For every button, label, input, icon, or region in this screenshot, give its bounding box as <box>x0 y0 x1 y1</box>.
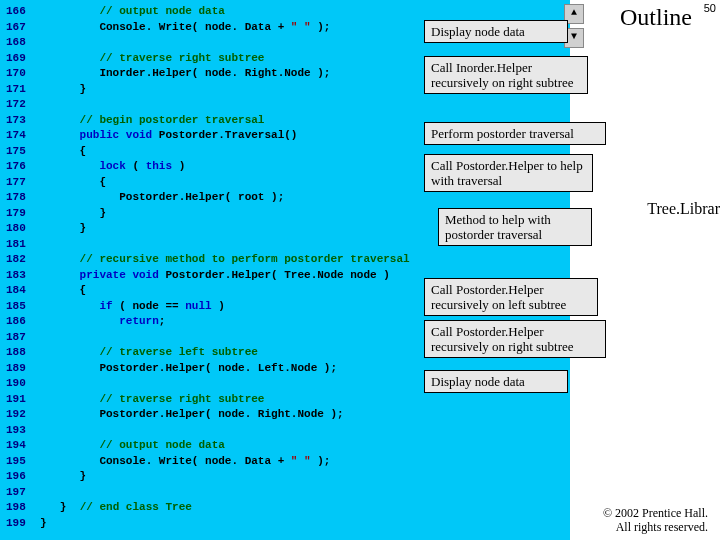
callout-box: Call Inorder.Helper recursively on right… <box>424 56 588 94</box>
line-number: 181 <box>0 237 40 253</box>
line-number: 179 <box>0 206 40 222</box>
line-number: 167 <box>0 20 40 36</box>
line-number: 193 <box>0 423 40 439</box>
line-number: 174 <box>0 128 40 144</box>
line-number: 185 <box>0 299 40 315</box>
callout-box: Display node data <box>424 20 568 43</box>
line-number: 197 <box>0 485 40 501</box>
line-number: 175 <box>0 144 40 160</box>
copyright-line-2: All rights reserved. <box>603 520 708 534</box>
line-number: 171 <box>0 82 40 98</box>
cutoff-label: Tree.Librar <box>647 200 720 218</box>
line-number: 177 <box>0 175 40 191</box>
line-number: 170 <box>0 66 40 82</box>
line-number: 173 <box>0 113 40 129</box>
line-number: 166 <box>0 4 40 20</box>
line-number: 172 <box>0 97 40 113</box>
line-number: 182 <box>0 252 40 268</box>
line-number: 187 <box>0 330 40 346</box>
callout-box: Call Postorder.Helper recursively on lef… <box>424 278 598 316</box>
slide-number: 50 <box>704 2 716 14</box>
line-number: 176 <box>0 159 40 175</box>
right-sidebar <box>570 0 720 540</box>
line-number: 184 <box>0 283 40 299</box>
copyright: © 2002 Prentice Hall. All rights reserve… <box>603 506 708 534</box>
line-number: 168 <box>0 35 40 51</box>
line-number: 196 <box>0 469 40 485</box>
outline-heading: Outline <box>620 4 692 31</box>
line-number: 198 <box>0 500 40 516</box>
line-number: 194 <box>0 438 40 454</box>
line-number: 191 <box>0 392 40 408</box>
line-number: 199 <box>0 516 40 532</box>
line-number: 190 <box>0 376 40 392</box>
copyright-line-1: © 2002 Prentice Hall. <box>603 506 708 520</box>
callout-box: Display node data <box>424 370 568 393</box>
line-number: 189 <box>0 361 40 377</box>
line-number: 169 <box>0 51 40 67</box>
callout-box: Method to help with postorder traversal <box>438 208 592 246</box>
line-number: 188 <box>0 345 40 361</box>
line-number: 195 <box>0 454 40 470</box>
line-number: 192 <box>0 407 40 423</box>
line-number: 180 <box>0 221 40 237</box>
line-number: 178 <box>0 190 40 206</box>
callout-box: Perform postorder traversal <box>424 122 606 145</box>
callout-box: Call Postorder.Helper recursively on rig… <box>424 320 606 358</box>
line-number: 183 <box>0 268 40 284</box>
line-number: 186 <box>0 314 40 330</box>
callout-box: Call Postorder.Helper to help with trave… <box>424 154 593 192</box>
